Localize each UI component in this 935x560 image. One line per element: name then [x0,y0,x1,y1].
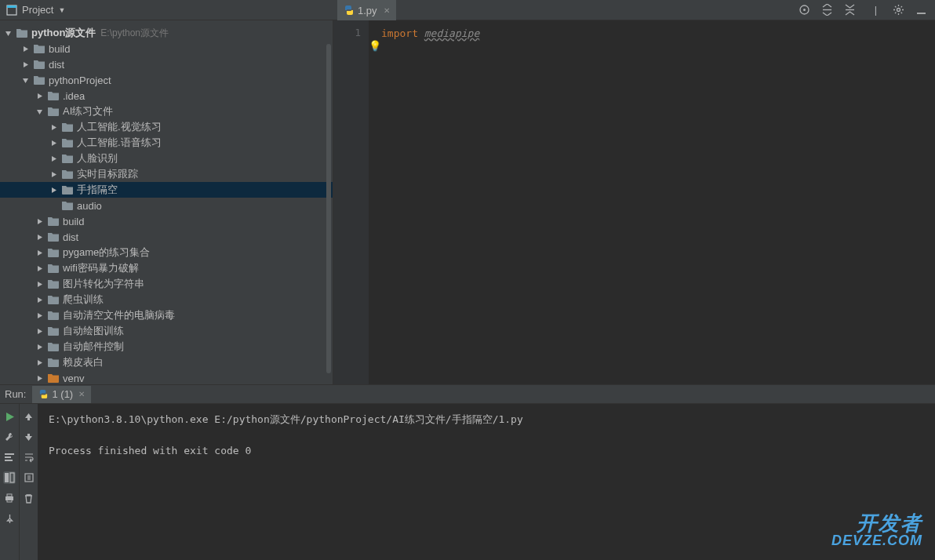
scroll-icon[interactable] [23,471,35,484]
tree-item-label: 自动邮件控制 [63,340,124,354]
tree-item[interactable]: 自动绘图训练 [0,323,333,339]
trash-icon[interactable] [23,492,35,504]
tree-item[interactable]: 实时目标跟踪 [0,166,333,182]
wrap-icon[interactable] [23,451,35,464]
tree-item-label: 图片转化为字符串 [63,277,144,291]
tree-item-label: venv [63,373,84,384]
tree-item-label: dist [49,59,64,71]
tree-item[interactable]: wifi密码暴力破解 [0,260,333,276]
print-icon[interactable] [3,492,16,504]
tree-item-label: build [63,216,84,227]
folder-icon [61,200,74,211]
down-arrow-icon[interactable] [23,431,35,443]
run-icon[interactable] [3,410,16,423]
svg-rect-14 [7,494,12,496]
tree-root[interactable]: python源文件E:\python源文件 [0,25,333,41]
tree-item[interactable]: venv [0,370,333,384]
line-number: 1 [333,27,361,38]
folder-icon [47,310,60,321]
svg-rect-8 [5,453,14,455]
tree-item-label: 自动绘图训练 [63,324,124,338]
chevron-right-icon [20,60,30,69]
close-icon[interactable]: ✕ [78,390,85,398]
tree-item[interactable]: audio [0,198,333,213]
wrench-icon[interactable] [3,431,16,443]
folder-icon [16,27,28,38]
minimize-icon[interactable] [915,4,927,16]
svg-rect-12 [10,473,14,482]
close-icon[interactable]: ✕ [384,6,390,15]
folder-icon [47,90,60,101]
gear-icon[interactable] [893,4,904,16]
chevron-right-icon [49,185,58,195]
target-icon[interactable] [799,4,810,16]
folder-icon [61,122,74,133]
chevron-right-icon [35,279,44,289]
chevron-right-icon [35,358,44,367]
chevron-right-icon [35,295,44,304]
lightbulb-icon[interactable]: 💡 [369,39,381,53]
run-tab-label: 1 (1) [52,388,73,400]
chevron-right-icon [35,311,44,320]
pin-icon[interactable] [3,512,16,525]
project-sidebar: python源文件E:\python源文件builddistpythonProj… [0,20,333,384]
collapse-all-icon[interactable] [844,4,856,16]
folder-icon [47,325,60,336]
tree-item[interactable]: .idea [0,88,333,104]
tree-item[interactable]: dist [0,229,333,245]
chevron-right-icon [35,91,44,100]
tree-item[interactable]: build [0,213,333,229]
up-arrow-icon[interactable] [23,410,35,423]
folder-icon [47,294,60,305]
editor-tab-label: 1.py [358,5,377,16]
run-tab[interactable]: 1 (1) ✕ [32,386,91,403]
tree-item-label: AI练习文件 [63,104,113,118]
svg-point-3 [803,9,806,11]
layout-icon[interactable] [3,471,16,484]
project-tree[interactable]: python源文件E:\python源文件builddistpythonProj… [0,20,333,384]
scrollbar[interactable] [326,44,331,373]
expand-all-icon[interactable] [821,4,833,16]
tree-item[interactable]: 人脸识别 [0,151,333,166]
main-area: python源文件E:\python源文件builddistpythonProj… [0,20,935,384]
chevron-down-icon [20,75,30,85]
tree-item[interactable]: 爬虫训练 [0,292,333,307]
tree-root-path: E:\python源文件 [100,27,169,40]
tree-item[interactable]: 手指隔空 [0,182,333,198]
chevron-down-icon [35,107,44,116]
tree-item[interactable]: build [0,41,333,56]
tree-item[interactable]: 人工智能.语音练习 [0,135,333,151]
output-line-2: Process finished with exit code 0 [49,445,251,456]
tree-item-label: 人工智能.视觉练习 [77,120,162,134]
tree-item[interactable]: 自动清空文件的电脑病毒 [0,307,333,323]
project-dropdown[interactable]: Project ▼ [0,0,71,20]
folder-icon [47,373,60,384]
tree-item-label: .idea [63,90,85,102]
project-label: Project [22,4,53,16]
run-body: E:\python3.8.10\python.exe E:/python源文件/… [0,404,935,560]
svg-rect-15 [7,500,12,502]
keyword: import [381,27,418,41]
chevron-right-icon [49,138,58,147]
tree-item[interactable]: pythonProject [0,72,333,88]
tree-item[interactable]: 自动邮件控制 [0,339,333,355]
code-area[interactable]: import mediapipe 💡 [369,20,935,384]
tree-item[interactable]: 人工智能.视觉练习 [0,119,333,135]
folder-icon [61,137,74,148]
project-icon [6,5,17,16]
tree-item[interactable]: AI练习文件 [0,104,333,119]
run-label: Run: [5,388,26,400]
stacktrace-icon[interactable] [3,451,16,464]
chevron-right-icon [49,154,58,163]
run-left-toolbar-2 [19,404,38,560]
run-output[interactable]: E:\python3.8.10\python.exe E:/python源文件/… [38,404,935,560]
tree-item[interactable]: 图片转化为字符串 [0,276,333,292]
tree-item-label: 自动清空文件的电脑病毒 [63,308,175,322]
tree-item[interactable]: 赖皮表白 [0,355,333,370]
tree-item[interactable]: pygame的练习集合 [0,245,333,260]
gutter: 1 [333,20,369,384]
chevron-right-icon [49,122,58,132]
tree-item[interactable]: dist [0,56,333,72]
tree-item-label: 手指隔空 [77,183,118,197]
editor-tab[interactable]: 1.py ✕ [337,0,396,20]
